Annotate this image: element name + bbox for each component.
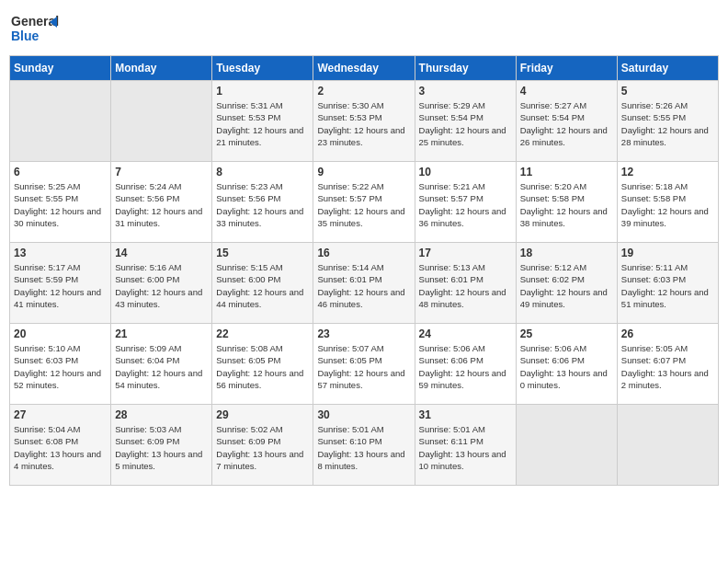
day-info: Sunrise: 5:23 AM Sunset: 5:56 PM Dayligh… bbox=[216, 180, 309, 229]
day-cell: 17Sunrise: 5:13 AM Sunset: 6:01 PM Dayli… bbox=[415, 243, 516, 324]
day-info: Sunrise: 5:31 AM Sunset: 5:53 PM Dayligh… bbox=[216, 99, 309, 148]
day-cell: 31Sunrise: 5:01 AM Sunset: 6:11 PM Dayli… bbox=[415, 405, 516, 486]
col-header-saturday: Saturday bbox=[617, 56, 718, 81]
day-info: Sunrise: 5:10 AM Sunset: 6:03 PM Dayligh… bbox=[14, 342, 107, 391]
day-number: 4 bbox=[520, 85, 613, 98]
day-number: 30 bbox=[317, 408, 410, 421]
day-info: Sunrise: 5:06 AM Sunset: 6:06 PM Dayligh… bbox=[419, 342, 512, 391]
day-cell: 24Sunrise: 5:06 AM Sunset: 6:06 PM Dayli… bbox=[415, 324, 516, 405]
day-number: 25 bbox=[520, 327, 613, 340]
day-info: Sunrise: 5:09 AM Sunset: 6:04 PM Dayligh… bbox=[115, 342, 208, 391]
day-cell: 1Sunrise: 5:31 AM Sunset: 5:53 PM Daylig… bbox=[212, 81, 313, 162]
col-header-tuesday: Tuesday bbox=[212, 56, 313, 81]
day-number: 7 bbox=[115, 166, 208, 178]
week-row-5: 27Sunrise: 5:04 AM Sunset: 6:08 PM Dayli… bbox=[10, 405, 719, 486]
day-cell: 2Sunrise: 5:30 AM Sunset: 5:53 PM Daylig… bbox=[313, 81, 415, 162]
day-info: Sunrise: 5:26 AM Sunset: 5:55 PM Dayligh… bbox=[621, 99, 714, 148]
day-cell: 19Sunrise: 5:11 AM Sunset: 6:03 PM Dayli… bbox=[617, 243, 718, 324]
day-cell: 8Sunrise: 5:23 AM Sunset: 5:56 PM Daylig… bbox=[212, 162, 313, 243]
day-cell: 21Sunrise: 5:09 AM Sunset: 6:04 PM Dayli… bbox=[111, 324, 212, 405]
day-cell: 5Sunrise: 5:26 AM Sunset: 5:55 PM Daylig… bbox=[617, 81, 718, 162]
day-number: 6 bbox=[14, 166, 107, 178]
day-info: Sunrise: 5:27 AM Sunset: 5:54 PM Dayligh… bbox=[520, 99, 613, 148]
week-row-3: 13Sunrise: 5:17 AM Sunset: 5:59 PM Dayli… bbox=[10, 243, 719, 324]
day-number: 5 bbox=[621, 85, 714, 98]
day-number: 15 bbox=[216, 247, 309, 259]
day-cell: 18Sunrise: 5:12 AM Sunset: 6:02 PM Dayli… bbox=[516, 243, 617, 324]
day-cell: 22Sunrise: 5:08 AM Sunset: 6:05 PM Dayli… bbox=[212, 324, 313, 405]
day-number: 9 bbox=[317, 166, 410, 178]
day-number: 12 bbox=[621, 166, 714, 178]
col-header-sunday: Sunday bbox=[10, 56, 111, 81]
day-cell bbox=[10, 81, 111, 162]
day-number: 24 bbox=[419, 327, 512, 340]
day-number: 13 bbox=[14, 247, 107, 259]
svg-text:Blue: Blue bbox=[11, 29, 40, 43]
day-cell: 15Sunrise: 5:15 AM Sunset: 6:00 PM Dayli… bbox=[212, 243, 313, 324]
day-number: 31 bbox=[419, 408, 512, 421]
col-header-wednesday: Wednesday bbox=[313, 56, 415, 81]
day-number: 2 bbox=[317, 85, 410, 98]
day-info: Sunrise: 5:24 AM Sunset: 5:56 PM Dayligh… bbox=[115, 180, 208, 229]
day-cell: 13Sunrise: 5:17 AM Sunset: 5:59 PM Dayli… bbox=[10, 243, 111, 324]
day-number: 26 bbox=[621, 327, 714, 340]
day-info: Sunrise: 5:11 AM Sunset: 6:03 PM Dayligh… bbox=[621, 261, 714, 310]
day-info: Sunrise: 5:22 AM Sunset: 5:57 PM Dayligh… bbox=[317, 180, 410, 229]
day-cell: 23Sunrise: 5:07 AM Sunset: 6:05 PM Dayli… bbox=[313, 324, 415, 405]
day-number: 16 bbox=[317, 247, 410, 259]
day-cell: 26Sunrise: 5:05 AM Sunset: 6:07 PM Dayli… bbox=[617, 324, 718, 405]
day-number: 19 bbox=[621, 247, 714, 259]
day-number: 20 bbox=[14, 327, 107, 340]
day-info: Sunrise: 5:20 AM Sunset: 5:58 PM Dayligh… bbox=[520, 180, 613, 229]
day-number: 22 bbox=[216, 327, 309, 340]
logo-svg: GeneralBlue bbox=[9, 9, 64, 46]
day-cell: 20Sunrise: 5:10 AM Sunset: 6:03 PM Dayli… bbox=[10, 324, 111, 405]
day-number: 17 bbox=[419, 247, 512, 259]
day-info: Sunrise: 5:16 AM Sunset: 6:00 PM Dayligh… bbox=[115, 261, 208, 310]
day-cell: 16Sunrise: 5:14 AM Sunset: 6:01 PM Dayli… bbox=[313, 243, 415, 324]
page-header: GeneralBlue bbox=[9, 9, 719, 46]
day-info: Sunrise: 5:05 AM Sunset: 6:07 PM Dayligh… bbox=[621, 342, 714, 391]
day-cell: 7Sunrise: 5:24 AM Sunset: 5:56 PM Daylig… bbox=[111, 162, 212, 243]
day-cell: 3Sunrise: 5:29 AM Sunset: 5:54 PM Daylig… bbox=[415, 81, 516, 162]
day-info: Sunrise: 5:07 AM Sunset: 6:05 PM Dayligh… bbox=[317, 342, 410, 391]
day-info: Sunrise: 5:06 AM Sunset: 6:06 PM Dayligh… bbox=[520, 342, 613, 391]
day-number: 8 bbox=[216, 166, 309, 178]
day-number: 14 bbox=[115, 247, 208, 259]
day-cell: 10Sunrise: 5:21 AM Sunset: 5:57 PM Dayli… bbox=[415, 162, 516, 243]
col-header-thursday: Thursday bbox=[415, 56, 516, 81]
day-info: Sunrise: 5:08 AM Sunset: 6:05 PM Dayligh… bbox=[216, 342, 309, 391]
day-number: 29 bbox=[216, 408, 309, 421]
day-cell: 6Sunrise: 5:25 AM Sunset: 5:55 PM Daylig… bbox=[10, 162, 111, 243]
day-cell: 11Sunrise: 5:20 AM Sunset: 5:58 PM Dayli… bbox=[516, 162, 617, 243]
logo: GeneralBlue bbox=[9, 9, 64, 46]
week-row-2: 6Sunrise: 5:25 AM Sunset: 5:55 PM Daylig… bbox=[10, 162, 719, 243]
day-info: Sunrise: 5:30 AM Sunset: 5:53 PM Dayligh… bbox=[317, 99, 410, 148]
day-info: Sunrise: 5:04 AM Sunset: 6:08 PM Dayligh… bbox=[14, 423, 107, 472]
day-info: Sunrise: 5:21 AM Sunset: 5:57 PM Dayligh… bbox=[419, 180, 512, 229]
week-row-4: 20Sunrise: 5:10 AM Sunset: 6:03 PM Dayli… bbox=[10, 324, 719, 405]
day-number: 18 bbox=[520, 247, 613, 259]
day-cell bbox=[111, 81, 212, 162]
day-number: 3 bbox=[419, 85, 512, 98]
day-number: 10 bbox=[419, 166, 512, 178]
day-cell: 9Sunrise: 5:22 AM Sunset: 5:57 PM Daylig… bbox=[313, 162, 415, 243]
col-header-monday: Monday bbox=[111, 56, 212, 81]
day-cell: 4Sunrise: 5:27 AM Sunset: 5:54 PM Daylig… bbox=[516, 81, 617, 162]
day-info: Sunrise: 5:17 AM Sunset: 5:59 PM Dayligh… bbox=[14, 261, 107, 310]
col-header-friday: Friday bbox=[516, 56, 617, 81]
day-info: Sunrise: 5:18 AM Sunset: 5:58 PM Dayligh… bbox=[621, 180, 714, 229]
day-number: 21 bbox=[115, 327, 208, 340]
day-info: Sunrise: 5:02 AM Sunset: 6:09 PM Dayligh… bbox=[216, 423, 309, 472]
day-cell: 28Sunrise: 5:03 AM Sunset: 6:09 PM Dayli… bbox=[111, 405, 212, 486]
day-number: 23 bbox=[317, 327, 410, 340]
day-cell: 14Sunrise: 5:16 AM Sunset: 6:00 PM Dayli… bbox=[111, 243, 212, 324]
day-cell: 27Sunrise: 5:04 AM Sunset: 6:08 PM Dayli… bbox=[10, 405, 111, 486]
day-cell bbox=[516, 405, 617, 486]
day-cell bbox=[617, 405, 718, 486]
day-info: Sunrise: 5:29 AM Sunset: 5:54 PM Dayligh… bbox=[419, 99, 512, 148]
day-number: 11 bbox=[520, 166, 613, 178]
calendar-table: SundayMondayTuesdayWednesdayThursdayFrid… bbox=[9, 55, 719, 486]
day-cell: 30Sunrise: 5:01 AM Sunset: 6:10 PM Dayli… bbox=[313, 405, 415, 486]
day-number: 28 bbox=[115, 408, 208, 421]
